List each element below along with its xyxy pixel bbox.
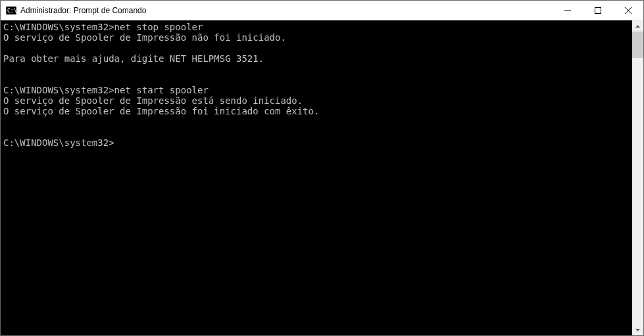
vertical-scrollbar[interactable]: [632, 20, 643, 335]
terminal-output-line: O serviço de Spooler de Impressão está s…: [3, 95, 631, 106]
window-controls: [553, 1, 643, 20]
svg-marker-7: [635, 25, 640, 28]
titlebar[interactable]: C:\ Administrador: Prompt de Comando: [1, 1, 643, 20]
content-area: C:\WINDOWS\system32>net stop spoolerO se…: [1, 20, 643, 335]
terminal-output-line: O serviço de Spooler de Impressão não fo…: [3, 32, 631, 43]
scrollbar-thumb[interactable]: [632, 32, 643, 58]
terminal-prompt-line: C:\WINDOWS\system32>: [3, 137, 631, 148]
minimize-button[interactable]: [553, 1, 583, 20]
terminal-output-line: [3, 64, 631, 74]
maximize-button[interactable]: [583, 1, 613, 20]
terminal-output-line: [3, 74, 631, 85]
terminal-output[interactable]: C:\WINDOWS\system32>net stop spoolerO se…: [1, 20, 632, 335]
terminal-output-line: Para obter mais ajuda, digite NET HELPMS…: [3, 53, 631, 64]
scroll-up-button[interactable]: [632, 20, 643, 32]
terminal-output-line: O serviço de Spooler de Impressão foi in…: [3, 106, 631, 116]
terminal-prompt-line: C:\WINDOWS\system32>net stop spooler: [3, 22, 631, 32]
svg-rect-4: [595, 8, 601, 14]
cmd-icon: C:\: [6, 5, 16, 16]
window-title: Administrador: Prompt de Comando: [20, 6, 553, 15]
terminal-output-line: [3, 43, 631, 53]
scroll-down-button[interactable]: [632, 324, 643, 335]
svg-marker-8: [635, 329, 640, 331]
close-button[interactable]: [613, 1, 643, 20]
scrollbar-track[interactable]: [632, 32, 643, 324]
terminal-output-line: [3, 116, 631, 127]
terminal-prompt-line: C:\WINDOWS\system32>net start spooler: [3, 85, 631, 95]
svg-text:C:\: C:\: [7, 8, 16, 14]
terminal-output-line: [3, 127, 631, 137]
